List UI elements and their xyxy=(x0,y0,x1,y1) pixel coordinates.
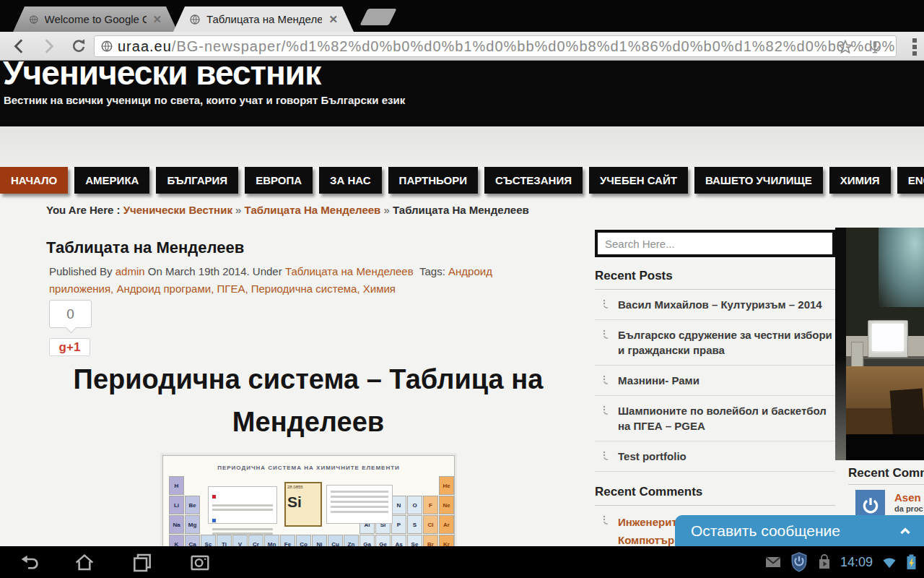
url-path: /BG-newspaper/%d1%82%d0%b0%d0%b1%d0%bb%d… xyxy=(172,38,896,55)
featured-element-card: 28.0855 Si xyxy=(284,482,322,527)
recent-comments-heading-right: Recent Comments xyxy=(848,466,924,480)
post-title: Таблицата на Менделеев xyxy=(46,238,570,257)
chat-widget-label: Оставить сообщение xyxy=(691,522,840,540)
recent-comments-heading: Recent Comments xyxy=(595,485,835,499)
photo-monitor xyxy=(868,320,908,358)
tag-link[interactable]: Андроид програми xyxy=(116,282,217,295)
url-bar[interactable]: uraa.eu /BG-newspaper/%d1%82%d0%b0%d0%b1… xyxy=(94,35,897,57)
recent-post-link[interactable]: Мазнини- Рами xyxy=(595,366,835,396)
element-cell: S xyxy=(407,515,422,534)
photo-keyboard xyxy=(864,359,924,366)
commenter-name[interactable]: Asen xyxy=(894,491,921,504)
gmail-notification-icon[interactable] xyxy=(764,555,782,569)
web-page: Ученически вестник Вестник на всички уче… xyxy=(0,61,924,546)
classroom-photo xyxy=(835,228,924,460)
post-link-label: Шампионите по волейбол и баскетбол на ПГ… xyxy=(618,405,827,432)
chevron-up-icon[interactable] xyxy=(897,522,914,540)
nav-item-america[interactable]: АМЕРИКА xyxy=(74,167,149,194)
back-button-icon[interactable] xyxy=(10,37,29,56)
photo-left-edge xyxy=(835,228,846,460)
post-heading: Периодична система – Таблица на Менделее… xyxy=(46,358,570,444)
tab-mendeleev[interactable]: Таблицата на Менделе ✕ xyxy=(173,7,354,32)
breadcrumb-separator: » xyxy=(384,204,390,216)
screenshot-camera-icon[interactable] xyxy=(188,551,212,574)
browser-menu-icon[interactable] xyxy=(911,38,918,56)
recent-posts-widget: Recent Posts Васил Михайлов – Културизъм… xyxy=(595,269,835,546)
android-home-icon[interactable] xyxy=(72,551,97,574)
comment-snippet: da proc xyxy=(894,504,923,513)
status-tray: 14:09 xyxy=(764,546,917,578)
tab-title: Welcome to Google Chro xyxy=(45,13,147,25)
android-back-icon[interactable] xyxy=(17,551,42,574)
nav-item-about[interactable]: ЗА НАС xyxy=(319,167,382,194)
tab-close-icon[interactable]: ✕ xyxy=(152,13,162,26)
forward-button-icon[interactable] xyxy=(39,37,58,56)
header-spacer-band xyxy=(0,126,924,167)
tag-link[interactable]: Периодична система xyxy=(251,282,363,295)
nav-item-home[interactable]: НАЧАЛО xyxy=(0,167,68,194)
right-column: Recent Comments Asen da proc xyxy=(835,61,924,546)
element-cell: Ni xyxy=(312,535,327,546)
recent-posts-heading: Recent Posts xyxy=(595,269,835,283)
element-cell: Co xyxy=(296,535,311,546)
android-recents-icon[interactable] xyxy=(130,551,154,574)
nav-item-bulgaria[interactable]: БЪЛГАРИЯ xyxy=(156,167,238,194)
tag-link[interactable]: Химия xyxy=(363,282,396,295)
element-cell: Ar xyxy=(439,515,454,534)
search-box xyxy=(595,230,835,257)
element-cell: P xyxy=(391,515,406,534)
element-cell: Mn xyxy=(264,535,279,546)
element-cell: Ca xyxy=(185,535,200,546)
featured-element-mass: 28.0855 xyxy=(287,485,319,489)
site-tagline: Вестник на всички ученици по света, коит… xyxy=(4,94,924,106)
bookmark-star-icon[interactable] xyxy=(837,38,854,56)
recent-post-link[interactable]: Българско сдружение за честни избори и г… xyxy=(595,320,835,366)
site-title[interactable]: Ученически вестник xyxy=(3,61,924,92)
meta-category-link[interactable]: Таблицата на Менделеев xyxy=(285,265,414,277)
url-host: uraa.eu xyxy=(118,38,172,55)
tab-close-icon[interactable]: ✕ xyxy=(328,13,338,26)
nav-item-learning-site[interactable]: УЧЕБЕН САЙТ xyxy=(589,167,688,194)
element-cell: Ti xyxy=(217,535,232,546)
element-cell: Na xyxy=(169,515,184,534)
meta-author-link[interactable]: admin xyxy=(116,265,145,277)
new-tab-button[interactable] xyxy=(359,9,396,25)
search-input[interactable] xyxy=(598,233,832,254)
periodic-legend-box xyxy=(208,486,277,524)
post-link-label: Мазнини- Рами xyxy=(618,374,699,387)
nav-item-competitions[interactable]: СЪСТЕЗАНИЯ xyxy=(484,167,583,194)
element-cell: Cr xyxy=(248,535,263,546)
breadcrumb-home-link[interactable]: Ученически Вестник xyxy=(123,204,232,216)
tab-title: Таблицата на Менделе xyxy=(206,13,322,25)
clock-time[interactable]: 14:09 xyxy=(840,555,873,570)
tab-welcome-chrome[interactable]: Welcome to Google Chro ✕ xyxy=(13,7,178,32)
chat-widget-bar[interactable]: Оставить сообщение xyxy=(675,515,924,546)
breadcrumb: You Are Here : Ученически Вестник » Табл… xyxy=(46,204,529,216)
play-store-icon[interactable] xyxy=(816,553,832,571)
element-cell: He xyxy=(439,476,454,495)
nav-item-your-school[interactable]: ВАШЕТО УЧИЛИЩЕ xyxy=(694,167,823,194)
security-shield-icon[interactable] xyxy=(790,552,808,572)
refresh-button-icon[interactable] xyxy=(69,37,88,56)
meta-published-label: Published By xyxy=(49,265,113,277)
tag-link[interactable]: ПГЕА xyxy=(217,282,250,295)
recent-post-link[interactable]: Test portfolio xyxy=(595,441,835,472)
element-cell: Sc xyxy=(201,535,216,546)
globe-icon xyxy=(29,14,39,25)
globe-icon xyxy=(189,14,201,25)
list-bullet-icon xyxy=(602,405,611,415)
plusone-button[interactable]: g+1 xyxy=(49,338,90,356)
element-cell: Cu xyxy=(328,535,343,546)
nav-item-partners[interactable]: ПАРТНЬОРИ xyxy=(388,167,478,194)
list-bullet-icon xyxy=(602,375,611,385)
recent-post-link[interactable]: Шампионите по волейбол и баскетбол на ПГ… xyxy=(595,396,835,441)
photo-chair xyxy=(890,389,924,441)
recent-post-link[interactable]: Васил Михайлов – Културизъм – 2014 xyxy=(595,290,835,320)
element-cell: N xyxy=(391,496,406,514)
breadcrumb-category-link[interactable]: Таблицата На Менделеев xyxy=(245,204,381,216)
voice-search-mic-icon[interactable] xyxy=(867,39,883,55)
element-cell: H xyxy=(169,476,184,495)
wifi-status-icon xyxy=(881,555,898,569)
nav-item-europe[interactable]: ЕВРОПА xyxy=(245,167,313,194)
recent-posts-list: Васил Михайлов – Културизъм – 2014 Бълга… xyxy=(595,290,835,472)
